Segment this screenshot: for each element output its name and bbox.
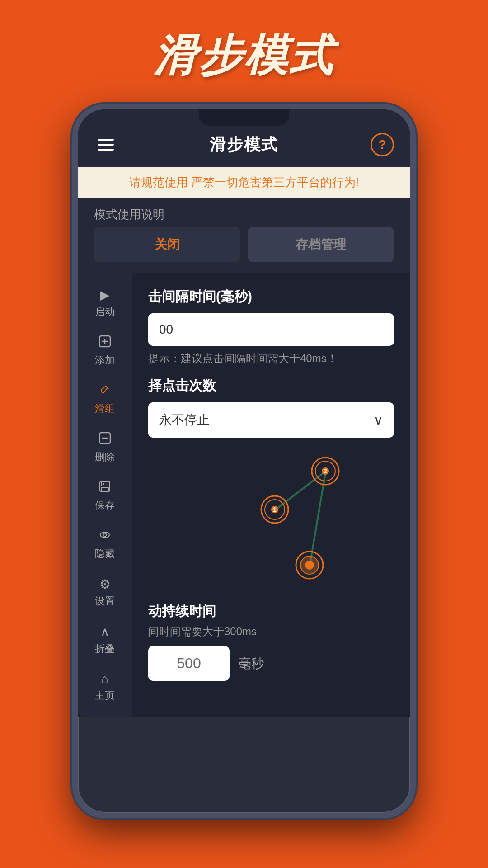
- sidebar-label-start: 启动: [95, 305, 115, 319]
- menu-button[interactable]: [94, 135, 117, 154]
- duration-section: 动持续时间 间时间需要大于300ms 毫秒: [148, 602, 394, 681]
- delete-icon: [99, 432, 111, 448]
- target-1: 1: [260, 495, 289, 524]
- side-button-power: [415, 245, 416, 299]
- help-button[interactable]: ?: [371, 133, 394, 156]
- click-interval-label: 击间隔时间(毫秒): [148, 288, 394, 306]
- sidebar-item-save[interactable]: 保存: [78, 473, 132, 519]
- content-area: 击间隔时间(毫秒) 提示：建议点击间隔时间需大于40ms！ 择点击次数 永不停止…: [132, 273, 410, 717]
- sidebar-label-settings: 设置: [95, 594, 115, 608]
- side-button-vol-down: [72, 236, 73, 272]
- click-count-value: 永不停止: [159, 411, 210, 429]
- sidebar-label-hide: 隐藏: [95, 547, 115, 561]
- click-count-select[interactable]: 永不停止 ∨: [148, 402, 394, 438]
- phone-frame: 滑步模式 ? 请规范使用 严禁一切危害第三方平台的行为! 模式使用说明 关闭 存…: [72, 104, 416, 818]
- play-icon: ▶: [100, 288, 110, 302]
- svg-point-23: [305, 561, 314, 570]
- chevron-up-icon: ∧: [100, 624, 110, 639]
- duration-row: 毫秒: [148, 646, 394, 681]
- main-area: ▶ 启动 添加: [78, 273, 410, 717]
- tab-archive[interactable]: 存档管理: [248, 227, 394, 262]
- targets-svg: [148, 448, 394, 602]
- duration-input[interactable]: [148, 646, 230, 681]
- sidebar-label-save: 保存: [95, 499, 115, 512]
- duration-unit: 毫秒: [239, 655, 264, 672]
- save-icon: [99, 480, 111, 496]
- click-count-label: 择点击次数: [148, 377, 394, 395]
- svg-rect-7: [101, 487, 108, 491]
- side-button-vol-up: [72, 200, 73, 227]
- sidebar-item-home[interactable]: ⌂ 主页: [78, 665, 132, 710]
- side-button-vol-down2: [72, 281, 73, 317]
- eye-icon: [99, 528, 111, 544]
- svg-text:1: 1: [273, 506, 277, 513]
- click-interval-hint: 提示：建议点击间隔时间需大于40ms！: [148, 351, 394, 366]
- chevron-down-icon: ∨: [374, 413, 383, 428]
- sidebar-label-add: 添加: [95, 354, 115, 367]
- svg-rect-6: [102, 481, 108, 486]
- sidebar-label-home: 主页: [95, 689, 115, 703]
- gear-icon: ⚙: [99, 577, 111, 592]
- tabs-row: 关闭 存档管理: [78, 227, 410, 273]
- mode-description-label: 模式使用说明: [78, 198, 410, 227]
- sidebar: ▶ 启动 添加: [78, 273, 132, 717]
- svg-point-10: [103, 533, 107, 537]
- target-2: 2: [311, 457, 340, 486]
- slide-icon: [99, 383, 111, 399]
- sidebar-label-fold: 折叠: [95, 642, 115, 656]
- click-interval-input[interactable]: [148, 313, 394, 346]
- sidebar-item-start[interactable]: ▶ 启动: [78, 280, 132, 326]
- home-icon: ⌂: [101, 672, 109, 686]
- phone-notch: [199, 109, 289, 126]
- sidebar-item-hide[interactable]: 隐藏: [78, 521, 132, 568]
- tab-close[interactable]: 关闭: [94, 227, 240, 262]
- sidebar-item-fold[interactable]: ∧ 折叠: [78, 617, 132, 663]
- duration-hint: 间时间需要大于300ms: [148, 624, 394, 639]
- sidebar-item-delete[interactable]: 删除: [78, 425, 132, 471]
- page-title: 滑步模式: [0, 0, 488, 104]
- targets-area: 1 2: [148, 448, 394, 602]
- sidebar-item-add[interactable]: 添加: [78, 328, 132, 374]
- sidebar-item-slide[interactable]: 滑组: [78, 376, 132, 423]
- add-icon: [99, 335, 111, 351]
- sidebar-label-delete: 删除: [95, 450, 115, 464]
- warning-banner: 请规范使用 严禁一切危害第三方平台的行为!: [78, 167, 410, 198]
- target-3: [295, 551, 324, 580]
- duration-label: 动持续时间: [148, 602, 394, 621]
- sidebar-item-settings[interactable]: ⚙ 设置: [78, 570, 132, 615]
- app-title: 滑步模式: [210, 134, 278, 156]
- sidebar-label-slide: 滑组: [95, 402, 115, 415]
- svg-text:2: 2: [324, 467, 327, 475]
